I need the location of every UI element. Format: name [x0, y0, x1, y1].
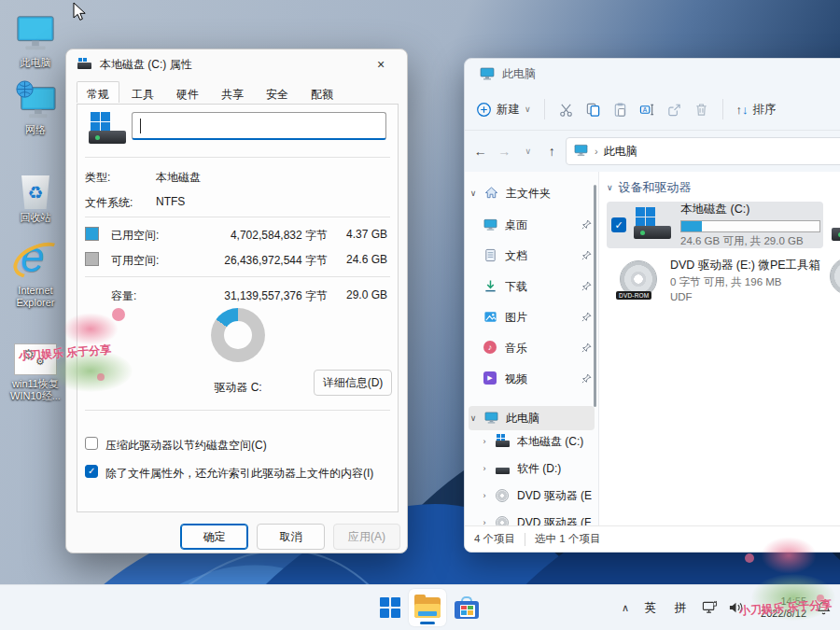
collapse-chevron-icon[interactable]: ›	[480, 491, 489, 500]
up-button[interactable]: ↑	[542, 139, 563, 163]
copy-button[interactable]	[580, 94, 607, 124]
script-file-icon: ⚙⚙	[1, 329, 70, 375]
forward-button[interactable]: →	[495, 139, 515, 163]
pin-icon	[581, 340, 593, 357]
ime-indicator[interactable]: 拼	[665, 600, 696, 616]
downloads-icon	[483, 279, 498, 294]
free-space-size: 24.6 GB	[333, 253, 387, 266]
index-checkbox-label: 除了文件属性外，还允许索引此驱动器上文件的内容(I)	[105, 466, 373, 482]
dvd-e-tile[interactable]: DVD-ROM DVD 驱动器 (E:) 微PE工具箱 0 字节 可用, 共 1…	[607, 254, 823, 306]
taskbar-microsoft-store[interactable]	[448, 589, 485, 626]
sidebar-item-this-pc[interactable]: ∨ 此电脑	[469, 406, 595, 430]
chevron-down-icon: ∨	[525, 105, 531, 114]
language-indicator[interactable]: 英	[637, 600, 665, 616]
sidebar-item-home[interactable]: ∨ 主文件夹	[469, 181, 595, 205]
tab-sharing[interactable]: 共享	[211, 83, 254, 105]
tab-hardware[interactable]: 硬件	[166, 83, 209, 105]
sidebar-item-downloads[interactable]: 下载	[469, 274, 595, 299]
sort-button[interactable]: ↑↓ 排序	[731, 94, 782, 124]
explorer-titlebar[interactable]: 此电脑	[465, 59, 840, 89]
tab-tools[interactable]: 工具	[121, 83, 164, 105]
expand-chevron-icon[interactable]: ∨	[469, 189, 478, 198]
share-icon	[666, 102, 682, 118]
general-tab-panel: 类型: 本地磁盘 文件系统: NTFS 已用空间: 4,702,584,832 …	[77, 104, 399, 512]
volume-label-input[interactable]	[132, 112, 386, 140]
breadcrumb[interactable]: 此电脑	[604, 144, 637, 160]
ok-button[interactable]: 确定	[180, 524, 248, 550]
sidebar-item-label: 本地磁盘 (C:)	[517, 434, 595, 450]
pin-icon	[581, 371, 593, 387]
sidebar-item-music[interactable]: ♪ 音乐	[469, 336, 595, 360]
compress-checkbox[interactable]	[85, 437, 98, 450]
sidebar-item-drive-c[interactable]: › 本地磁盘 (C:)	[469, 429, 595, 454]
pin-icon	[581, 309, 593, 326]
desktop-icon-internet-explorer[interactable]: e Internet Explorer	[1, 235, 70, 309]
paste-button[interactable]	[607, 94, 634, 124]
toolbar-separator	[722, 99, 723, 119]
tab-security[interactable]: 安全	[256, 83, 299, 105]
dvd-disc-icon: DVD-ROM	[620, 260, 661, 300]
desktop-icon-label: 回收站	[1, 212, 70, 224]
collapse-chevron-icon[interactable]: ›	[480, 437, 489, 446]
sidebar-item-videos[interactable]: ▶ 视频	[469, 367, 595, 391]
group-header-label: 设备和驱动器	[619, 179, 692, 196]
dialog-titlebar[interactable]: 本地磁盘 (C:) 属性 ×	[66, 49, 407, 79]
volume-icon[interactable]	[722, 600, 749, 615]
desktop-icon-win11-restore[interactable]: ⚙⚙ win11恢复 WIN10经...	[1, 329, 70, 402]
tab-quota[interactable]: 配额	[301, 83, 343, 105]
delete-button[interactable]	[688, 94, 715, 124]
back-button[interactable]: ←	[470, 139, 491, 163]
tab-general[interactable]: 常规	[77, 81, 119, 103]
taskbar-file-explorer[interactable]	[409, 589, 446, 626]
desktop-icon-this-pc[interactable]: 此电脑	[1, 7, 70, 69]
toolbar-separator	[544, 99, 545, 119]
drive-d-icon-partial[interactable]	[830, 209, 840, 245]
sidebar-item-desktop[interactable]: 桌面	[469, 213, 595, 237]
volume-drive-icon	[87, 112, 128, 147]
new-button[interactable]: 新建 ∨	[470, 94, 537, 124]
network-icon[interactable]	[696, 600, 722, 615]
properties-dialog: 本地磁盘 (C:) 属性 × 常规 工具 硬件 共享 安全 配额 类型: 本地磁…	[65, 49, 408, 553]
details-button[interactable]: 详细信息(D)	[314, 370, 392, 396]
sidebar-item-dvd-e[interactable]: › DVD 驱动器 (E	[469, 483, 595, 508]
free-space-label: 可用空间:	[111, 253, 159, 269]
index-checkbox[interactable]	[85, 465, 98, 478]
cut-button[interactable]	[553, 94, 580, 124]
rename-button[interactable]: A	[634, 94, 661, 124]
explorer-toolbar: 新建 ∨ A ↑↓ 排序	[465, 89, 840, 131]
close-icon[interactable]: ×	[364, 52, 398, 77]
desktop-icon-recycle-bin[interactable]: ♻ 回收站	[1, 162, 70, 224]
hidden-icons-chevron[interactable]: ∧	[614, 602, 637, 614]
expand-chevron-icon[interactable]: ∨	[469, 413, 478, 423]
sidebar-item-documents[interactable]: 文档	[469, 244, 595, 268]
address-box[interactable]: › 此电脑	[566, 137, 840, 165]
group-header-devices[interactable]: ∨ 设备和驱动器	[607, 179, 692, 196]
apply-button[interactable]: 应用(A)	[333, 524, 400, 550]
windows-start-icon	[380, 597, 400, 618]
drive-name: 本地磁盘 (C:)	[680, 202, 820, 217]
selection-checkbox[interactable]: ✓	[611, 217, 626, 232]
breadcrumb-separator: ›	[595, 146, 598, 157]
new-button-label: 新建	[497, 102, 520, 118]
nav-scrollbar[interactable]	[594, 185, 596, 407]
explorer-body: ∨ 主文件夹 桌面 文档 下载 图片	[465, 172, 840, 526]
dvd-f-icon-partial[interactable]	[830, 258, 840, 297]
separator	[85, 157, 390, 158]
status-separator	[525, 533, 525, 546]
desktop-icon-network[interactable]: 网络	[1, 75, 70, 136]
used-space-label: 已用空间:	[111, 228, 159, 244]
clock[interactable]: 14:55 2022/8/12	[749, 595, 806, 620]
drive-c-tile[interactable]: ✓ 本地磁盘 (C:) 24.6 GB 可用, 共 29.0 GB	[607, 202, 823, 248]
group-collapse-icon[interactable]: ∨	[607, 183, 613, 192]
file-explorer-icon	[414, 597, 441, 618]
start-button[interactable]	[371, 589, 409, 626]
cancel-button[interactable]: 取消	[257, 524, 325, 550]
sidebar-item-pictures[interactable]: 图片	[469, 305, 595, 329]
sidebar-item-drive-d[interactable]: › 软件 (D:)	[469, 456, 595, 481]
collapse-chevron-icon[interactable]: ›	[480, 464, 489, 473]
share-button[interactable]	[661, 94, 688, 124]
videos-icon: ▶	[483, 371, 498, 386]
notification-bell-icon[interactable]	[806, 600, 840, 616]
navigation-pane: ∨ 主文件夹 桌面 文档 下载 图片	[465, 172, 598, 526]
recent-locations-button[interactable]: ∨	[518, 139, 539, 163]
